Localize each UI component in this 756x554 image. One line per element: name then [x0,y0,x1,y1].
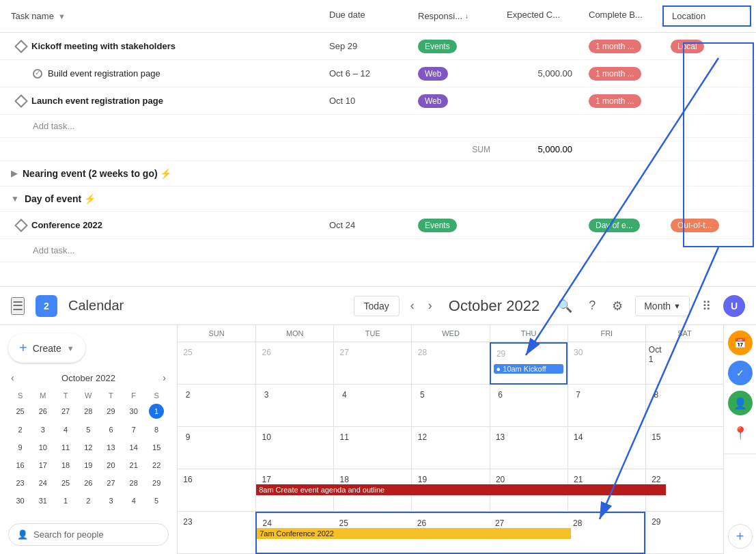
mini-day[interactable]: 5 [145,493,167,509]
cal-cell[interactable]: 16 [178,469,255,512]
cal-cell[interactable]: 15 [645,427,723,469]
cal-cell[interactable]: 13 [490,427,568,469]
apps-button[interactable]: ⠿ [698,294,715,318]
mini-day[interactable]: 12 [78,439,99,456]
mini-day[interactable]: 20 [100,457,122,473]
cal-cell[interactable]: 11 [333,427,411,469]
cal-cell[interactable]: 5 [411,385,489,427]
mini-day[interactable]: 17 [32,457,53,473]
right-icon-tasks[interactable]: ✓ [728,361,753,385]
mini-day[interactable]: 26 [32,402,53,420]
right-sidebar-plus[interactable]: + [728,524,753,549]
mini-day[interactable]: 5 [78,421,99,438]
right-icon-contacts[interactable]: 👤 [728,391,753,415]
mini-day[interactable]: 19 [78,457,99,473]
calendar-event-agenda[interactable]: 8am Create event agenda and outline [256,484,666,495]
cal-cell[interactable]: 25 [178,342,255,385]
mini-day[interactable]: 22 [145,457,167,473]
search-people-button[interactable]: 👤 Search for people [8,523,169,546]
mini-day[interactable]: 10 [32,439,53,456]
mini-day[interactable]: 4 [55,421,76,438]
cal-cell[interactable]: 26 [255,342,333,385]
cal-cell[interactable]: 12 [411,427,489,469]
mini-day[interactable]: 2 [10,421,31,438]
cal-cell[interactable]: 17 8am Create event agenda and outline [255,469,333,512]
cal-cell[interactable]: 4 [333,385,411,427]
mini-day[interactable]: 13 [100,439,122,456]
mini-day[interactable]: 4 [123,493,144,509]
cal-cell[interactable]: 7 [568,385,645,427]
mini-day[interactable]: 15 [145,439,167,456]
right-icon-maps[interactable]: 📍 [728,421,753,445]
mini-day[interactable]: 11 [55,439,76,456]
section-header-dayofevent[interactable]: ▼ Day of event ⚡ [0,186,756,212]
mini-day[interactable]: 14 [123,439,144,456]
mini-day[interactable]: 7 [123,421,144,438]
add-task-button[interactable]: Add task... [0,115,756,138]
create-button[interactable]: + Create ▼ [8,333,85,363]
mini-next-button[interactable]: › [160,371,169,385]
view-selector[interactable]: Month ▼ [635,296,690,316]
prev-month-button[interactable]: ‹ [408,296,417,316]
table-row[interactable]: Launch event registration page Oct 10 We… [0,87,756,115]
cal-cell[interactable]: 14 [568,427,645,469]
table-row[interactable]: Conference 2022 Oct 24 Events Day of e..… [0,212,756,239]
task-duedate: Sep 29 [321,37,410,55]
mini-day[interactable]: 1 [145,402,167,420]
mini-day[interactable]: 24 [32,475,53,491]
mini-day[interactable]: 26 [78,475,99,491]
mini-day[interactable]: 27 [100,475,122,491]
cal-cell-24-highlighted[interactable]: 24 7am Conference 2022 [255,512,333,554]
mini-day[interactable]: 6 [100,421,122,438]
cal-cell[interactable]: 23 [178,512,255,554]
mini-day[interactable]: 28 [78,402,99,420]
mini-day[interactable]: 21 [123,457,144,473]
mini-day[interactable]: 23 [10,475,31,491]
mini-day[interactable]: 30 [10,493,31,509]
calendar-event-kickoff[interactable]: ● 10am Kickoff [494,364,563,374]
right-icon-calendar[interactable]: 📅 [728,331,753,355]
mini-day[interactable]: 31 [32,493,53,509]
calendar-event-conference[interactable]: 7am Conference 2022 [257,528,571,539]
cal-cell[interactable]: 28 [411,342,489,385]
mini-day[interactable]: 3 [100,493,122,509]
cal-cell[interactable]: 6 [490,385,568,427]
add-task-button-dayofevent[interactable]: Add task... [0,239,756,262]
search-button[interactable]: 🔍 [553,294,576,318]
cal-cell[interactable]: Oct 1 [645,342,723,385]
mini-day[interactable]: 28 [123,475,144,491]
mini-day[interactable]: 29 [100,402,122,420]
mini-day[interactable]: 30 [123,402,144,420]
table-row[interactable]: Kickoff meeting with stakeholders Sep 29… [0,33,756,60]
table-row[interactable]: Build event registration page Oct 6 – 12… [0,60,756,87]
mini-day[interactable]: 1 [55,493,76,509]
cal-cell[interactable]: 8 [645,385,723,427]
cal-cell[interactable]: 29 [645,512,723,554]
mini-day[interactable]: 8 [145,421,167,438]
next-month-button[interactable]: › [425,296,435,316]
cal-cell-thu29-highlighted[interactable]: 29 ● 10am Kickoff [490,342,568,385]
mini-day[interactable]: 9 [10,439,31,456]
mini-day[interactable]: 2 [78,493,99,509]
menu-button[interactable]: ☰ [11,297,25,315]
mini-day[interactable]: 16 [10,457,31,473]
settings-button[interactable]: ⚙ [608,294,627,318]
today-button[interactable]: Today [354,296,400,316]
cal-cell[interactable]: 27 [333,342,411,385]
cal-cell[interactable]: 10 [255,427,333,469]
cal-cell-28-highlighted[interactable]: 28 [568,512,645,554]
cal-cell[interactable]: 3 [255,385,333,427]
help-button[interactable]: ? [585,294,600,317]
mini-day[interactable]: 25 [10,402,31,420]
cal-cell[interactable]: 30 [568,342,645,385]
section-header-nearing[interactable]: ▶ Nearing event (2 weeks to go) ⚡ [0,161,756,186]
mini-prev-button[interactable]: ‹ [8,371,17,385]
mini-day[interactable]: 27 [55,402,76,420]
mini-day[interactable]: 18 [55,457,76,473]
mini-day[interactable]: 25 [55,475,76,491]
mini-day[interactable]: 3 [32,421,53,438]
avatar[interactable]: U [723,295,745,317]
cal-cell[interactable]: 9 [178,427,255,469]
mini-day[interactable]: 29 [145,475,167,491]
cal-cell[interactable]: 2 [178,385,255,427]
